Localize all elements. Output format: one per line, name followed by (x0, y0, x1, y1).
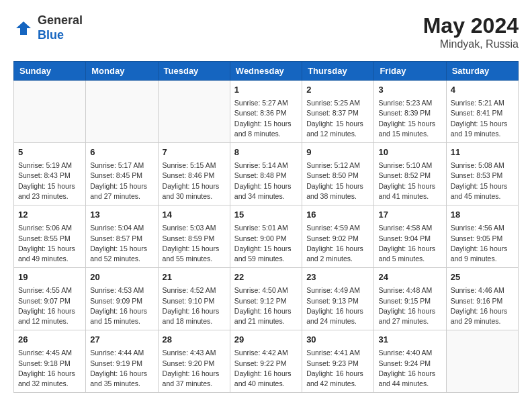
month-year-title: May 2024 (423, 13, 519, 38)
calendar-cell: 4Sunrise: 5:21 AMSunset: 8:41 PMDaylight… (446, 81, 518, 143)
svg-marker-0 (16, 21, 31, 35)
calendar-cell: 5Sunrise: 5:19 AMSunset: 8:43 PMDaylight… (14, 143, 86, 205)
calendar-cell: 23Sunrise: 4:49 AMSunset: 9:13 PMDayligh… (302, 268, 374, 330)
day-number: 19 (18, 271, 81, 283)
day-number: 31 (378, 334, 441, 346)
week-row-2: 5Sunrise: 5:19 AMSunset: 8:43 PMDaylight… (14, 143, 519, 205)
weekday-header-row: SundayMondayTuesdayWednesdayThursdayFrid… (14, 62, 519, 81)
calendar-cell: 6Sunrise: 5:17 AMSunset: 8:45 PMDaylight… (86, 143, 158, 205)
weekday-header-thursday: Thursday (302, 62, 374, 81)
day-number: 17 (378, 209, 441, 221)
week-row-3: 12Sunrise: 5:06 AMSunset: 8:55 PMDayligh… (14, 205, 519, 268)
day-info: Sunrise: 4:52 AMSunset: 9:10 PMDaylight:… (163, 285, 226, 326)
weekday-header-sunday: Sunday (14, 62, 86, 81)
logo-text: General Blue (38, 13, 83, 42)
logo: General Blue (13, 13, 83, 42)
day-info: Sunrise: 4:58 AMSunset: 9:04 PMDaylight:… (378, 223, 441, 264)
day-info: Sunrise: 5:01 AMSunset: 9:00 PMDaylight:… (234, 223, 298, 264)
day-number: 14 (163, 209, 226, 221)
day-number: 13 (90, 209, 153, 221)
day-number: 30 (306, 334, 369, 346)
calendar-cell: 14Sunrise: 5:03 AMSunset: 8:59 PMDayligh… (158, 205, 230, 268)
day-number: 28 (163, 334, 226, 346)
calendar-cell: 28Sunrise: 4:43 AMSunset: 9:20 PMDayligh… (158, 330, 230, 393)
day-number: 1 (234, 84, 298, 96)
day-number: 26 (18, 334, 81, 346)
day-info: Sunrise: 4:41 AMSunset: 9:23 PMDaylight:… (306, 348, 369, 389)
day-info: Sunrise: 5:04 AMSunset: 8:57 PMDaylight:… (90, 223, 153, 264)
weekday-header-saturday: Saturday (446, 62, 518, 81)
calendar-cell: 24Sunrise: 4:48 AMSunset: 9:15 PMDayligh… (374, 268, 446, 330)
calendar-cell: 10Sunrise: 5:10 AMSunset: 8:52 PMDayligh… (374, 143, 446, 205)
weekday-header-friday: Friday (374, 62, 446, 81)
day-info: Sunrise: 4:50 AMSunset: 9:12 PMDaylight:… (234, 285, 298, 326)
calendar-cell: 21Sunrise: 4:52 AMSunset: 9:10 PMDayligh… (158, 268, 230, 330)
calendar-cell: 3Sunrise: 5:23 AMSunset: 8:39 PMDaylight… (374, 81, 446, 143)
weekday-header-wednesday: Wednesday (230, 62, 302, 81)
calendar-cell: 29Sunrise: 4:42 AMSunset: 9:22 PMDayligh… (230, 330, 302, 393)
calendar-cell: 2Sunrise: 5:25 AMSunset: 8:37 PMDaylight… (302, 81, 374, 143)
day-info: Sunrise: 5:14 AMSunset: 8:48 PMDaylight:… (234, 161, 298, 201)
calendar-cell (446, 330, 518, 393)
calendar-cell: 25Sunrise: 4:46 AMSunset: 9:16 PMDayligh… (446, 268, 518, 330)
weekday-header-monday: Monday (86, 62, 158, 81)
calendar-cell: 11Sunrise: 5:08 AMSunset: 8:53 PMDayligh… (446, 143, 518, 205)
day-number: 2 (306, 84, 369, 96)
day-info: Sunrise: 5:15 AMSunset: 8:46 PMDaylight:… (163, 161, 226, 201)
day-info: Sunrise: 4:48 AMSunset: 9:15 PMDaylight:… (378, 285, 441, 326)
day-info: Sunrise: 5:12 AMSunset: 8:50 PMDaylight:… (306, 161, 369, 201)
day-info: Sunrise: 4:45 AMSunset: 9:18 PMDaylight:… (18, 348, 81, 389)
calendar-cell: 22Sunrise: 4:50 AMSunset: 9:12 PMDayligh… (230, 268, 302, 330)
day-info: Sunrise: 4:55 AMSunset: 9:07 PMDaylight:… (18, 285, 81, 326)
day-number: 29 (234, 334, 298, 346)
day-number: 15 (234, 209, 298, 221)
day-number: 23 (306, 271, 369, 283)
logo-icon (13, 18, 34, 38)
location-title: Mindyak, Russia (423, 38, 519, 50)
day-number: 12 (18, 209, 81, 221)
calendar-cell: 15Sunrise: 5:01 AMSunset: 9:00 PMDayligh… (230, 205, 302, 268)
calendar-cell: 26Sunrise: 4:45 AMSunset: 9:18 PMDayligh… (14, 330, 86, 393)
week-row-4: 19Sunrise: 4:55 AMSunset: 9:07 PMDayligh… (14, 268, 519, 330)
logo-blue: Blue (38, 28, 64, 42)
day-info: Sunrise: 5:10 AMSunset: 8:52 PMDaylight:… (378, 161, 441, 201)
day-number: 25 (451, 271, 514, 283)
day-info: Sunrise: 4:49 AMSunset: 9:13 PMDaylight:… (306, 285, 369, 326)
calendar-cell: 18Sunrise: 4:56 AMSunset: 9:05 PMDayligh… (446, 205, 518, 268)
calendar-cell: 30Sunrise: 4:41 AMSunset: 9:23 PMDayligh… (302, 330, 374, 393)
day-info: Sunrise: 5:08 AMSunset: 8:53 PMDaylight:… (451, 161, 514, 201)
calendar-cell: 12Sunrise: 5:06 AMSunset: 8:55 PMDayligh… (14, 205, 86, 268)
day-number: 22 (234, 271, 298, 283)
day-number: 10 (378, 146, 441, 158)
weekday-header-tuesday: Tuesday (158, 62, 230, 81)
day-number: 7 (163, 146, 226, 158)
day-number: 8 (234, 146, 298, 158)
calendar-cell: 31Sunrise: 4:40 AMSunset: 9:24 PMDayligh… (374, 330, 446, 393)
calendar-cell: 19Sunrise: 4:55 AMSunset: 9:07 PMDayligh… (14, 268, 86, 330)
day-number: 6 (90, 146, 153, 158)
day-number: 18 (451, 209, 514, 221)
day-info: Sunrise: 5:21 AMSunset: 8:41 PMDaylight:… (451, 98, 514, 139)
day-info: Sunrise: 4:46 AMSunset: 9:16 PMDaylight:… (451, 285, 514, 326)
day-number: 9 (306, 146, 369, 158)
calendar-cell: 27Sunrise: 4:44 AMSunset: 9:19 PMDayligh… (86, 330, 158, 393)
week-row-1: 1Sunrise: 5:27 AMSunset: 8:36 PMDaylight… (14, 81, 519, 143)
calendar-table: SundayMondayTuesdayWednesdayThursdayFrid… (13, 61, 519, 393)
title-block: May 2024 Mindyak, Russia (423, 13, 519, 50)
day-number: 5 (18, 146, 81, 158)
day-info: Sunrise: 4:43 AMSunset: 9:20 PMDaylight:… (163, 348, 226, 389)
logo-general: General (38, 13, 83, 27)
day-number: 11 (451, 146, 514, 158)
day-info: Sunrise: 4:40 AMSunset: 9:24 PMDaylight:… (378, 348, 441, 389)
day-info: Sunrise: 5:27 AMSunset: 8:36 PMDaylight:… (234, 98, 298, 139)
day-info: Sunrise: 5:17 AMSunset: 8:45 PMDaylight:… (90, 161, 153, 201)
day-info: Sunrise: 5:03 AMSunset: 8:59 PMDaylight:… (163, 223, 226, 264)
day-info: Sunrise: 4:59 AMSunset: 9:02 PMDaylight:… (306, 223, 369, 264)
calendar-cell: 17Sunrise: 4:58 AMSunset: 9:04 PMDayligh… (374, 205, 446, 268)
day-number: 4 (451, 84, 514, 96)
day-info: Sunrise: 5:23 AMSunset: 8:39 PMDaylight:… (378, 98, 441, 139)
calendar-cell (14, 81, 86, 143)
day-info: Sunrise: 4:42 AMSunset: 9:22 PMDaylight:… (234, 348, 298, 389)
calendar-cell: 20Sunrise: 4:53 AMSunset: 9:09 PMDayligh… (86, 268, 158, 330)
day-number: 24 (378, 271, 441, 283)
